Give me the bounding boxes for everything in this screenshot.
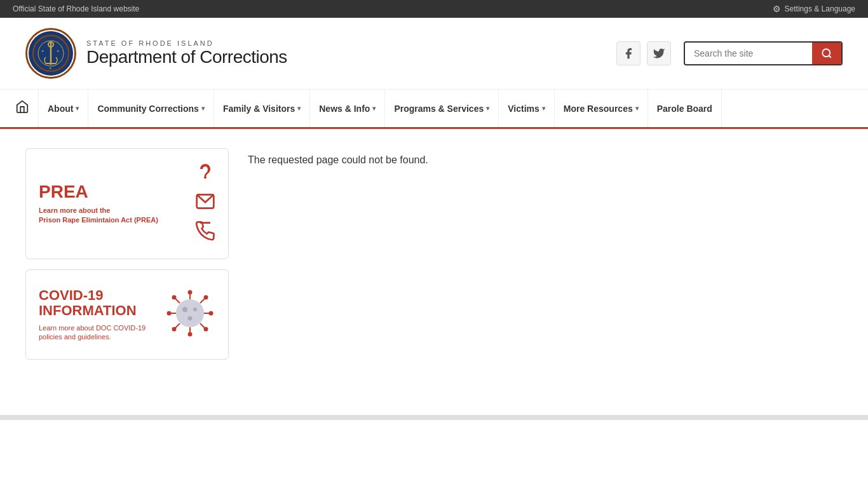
dept-title: Department of Corrections	[86, 47, 287, 67]
nav-parole-board-label: Parole Board	[657, 104, 712, 114]
svg-point-31	[193, 308, 197, 311]
covid-card-title: COVID-19INFORMATION	[39, 288, 154, 318]
svg-point-29	[205, 328, 208, 331]
official-text: Official State of Rhode Island website	[13, 4, 139, 13]
twitter-button[interactable]	[647, 41, 671, 65]
covid-virus-icon	[165, 288, 215, 339]
facebook-button[interactable]	[616, 41, 641, 65]
twitter-icon	[653, 47, 665, 60]
phone-svg-icon	[195, 221, 215, 241]
svg-point-27	[173, 328, 176, 331]
footer-bar	[0, 415, 868, 420]
covid-card[interactable]: COVID-19INFORMATION Learn more about DOC…	[25, 269, 229, 360]
chevron-down-icon: ▾	[542, 105, 545, 112]
prea-card[interactable]: PREA Learn more about thePrison Rape Eli…	[25, 148, 229, 259]
chevron-down-icon: ▾	[372, 105, 376, 112]
ear-icon	[195, 161, 215, 182]
settings-language-button[interactable]: ⚙ Settings & Language	[773, 4, 855, 14]
svg-point-21	[210, 312, 213, 315]
search-input[interactable]	[685, 43, 812, 64]
facebook-icon	[622, 47, 635, 60]
svg-point-13	[176, 299, 204, 327]
svg-line-9	[829, 55, 831, 57]
chevron-down-icon: ▾	[635, 105, 639, 112]
phone-icon	[195, 221, 215, 246]
nav-family-visitors-label: Family & Visitors	[223, 104, 295, 114]
gear-icon: ⚙	[773, 4, 781, 14]
header-right	[616, 41, 843, 65]
prea-card-icons	[195, 161, 215, 246]
home-icon	[15, 100, 29, 114]
home-nav-button[interactable]	[6, 90, 39, 127]
svg-point-17	[189, 333, 192, 336]
nav-victims-label: Victims	[508, 104, 539, 114]
nav-programs-services-label: Programs & Services	[394, 104, 484, 114]
nav-programs-services[interactable]: Programs & Services ▾	[385, 90, 499, 127]
main-nav: About ▾ Community Corrections ▾ Family &…	[0, 90, 868, 129]
nav-more-resources-label: More Resources	[564, 104, 633, 114]
prea-card-title: PREA	[39, 183, 185, 201]
svg-point-32	[188, 316, 193, 321]
content-area: The requested page could not be found.	[248, 148, 843, 396]
nav-community-corrections[interactable]: Community Corrections ▾	[88, 90, 214, 127]
logo-svg: ★ ★ ★	[32, 34, 70, 72]
svg-point-8	[822, 49, 830, 57]
header-title-block: STATE OF RHODE ISLAND Department of Corr…	[86, 39, 287, 67]
hearing-icon	[195, 161, 215, 186]
mail-icon	[195, 191, 215, 216]
nav-about[interactable]: About ▾	[39, 90, 88, 127]
chevron-down-icon: ▾	[297, 105, 301, 112]
nav-parole-board[interactable]: Parole Board	[648, 90, 722, 127]
header-branding: ★ ★ ★ STATE OF RHODE ISLAND Department o…	[25, 28, 287, 79]
chevron-down-icon: ▾	[201, 105, 205, 112]
state-logo[interactable]: ★ ★ ★	[25, 28, 76, 79]
covid-card-text: COVID-19INFORMATION Learn more about DOC…	[39, 288, 154, 342]
nav-about-label: About	[48, 104, 73, 114]
svg-point-30	[182, 307, 187, 312]
covid-card-icon	[165, 288, 215, 341]
chevron-down-icon: ▾	[486, 105, 489, 112]
covid-card-subtitle: Learn more about DOC COVID-19policies an…	[39, 323, 154, 342]
prea-card-subtitle: Learn more about thePrison Rape Eliminta…	[39, 206, 185, 224]
social-icons	[616, 41, 671, 65]
search-bar	[684, 41, 843, 65]
chevron-down-icon: ▾	[76, 105, 79, 112]
nav-news-info-label: News & Info	[319, 104, 370, 114]
svg-point-23	[173, 296, 176, 299]
svg-point-15	[189, 291, 192, 294]
main-content: PREA Learn more about thePrison Rape Eli…	[0, 129, 868, 415]
top-bar: Official State of Rhode Island website ⚙…	[0, 0, 868, 18]
state-label: STATE OF RHODE ISLAND	[86, 39, 287, 47]
search-button[interactable]	[812, 43, 841, 64]
prea-card-text: PREA Learn more about thePrison Rape Eli…	[39, 183, 185, 224]
search-icon	[821, 48, 832, 59]
nav-family-visitors[interactable]: Family & Visitors ▾	[214, 90, 310, 127]
nav-victims[interactable]: Victims ▾	[499, 90, 555, 127]
sidebar: PREA Learn more about thePrison Rape Eli…	[25, 148, 229, 396]
svg-point-10	[204, 176, 207, 179]
nav-more-resources[interactable]: More Resources ▾	[555, 90, 648, 127]
envelope-icon	[195, 191, 215, 212]
nav-community-corrections-label: Community Corrections	[97, 104, 198, 114]
svg-point-19	[168, 312, 171, 315]
site-header: ★ ★ ★ STATE OF RHODE ISLAND Department o…	[0, 18, 868, 90]
error-message: The requested page could not be found.	[248, 154, 843, 166]
svg-point-25	[205, 296, 208, 299]
nav-news-info[interactable]: News & Info ▾	[310, 90, 385, 127]
settings-label: Settings & Language	[785, 4, 855, 13]
